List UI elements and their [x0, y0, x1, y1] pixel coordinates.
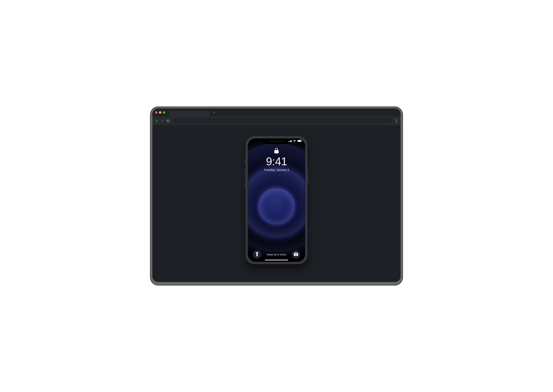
- forward-button[interactable]: [161, 119, 164, 122]
- back-button[interactable]: [155, 119, 158, 122]
- camera-icon: [294, 252, 298, 257]
- fullscreen-window-button[interactable]: [163, 111, 165, 114]
- swipe-hint: Swipe up to unlock: [261, 253, 292, 256]
- new-tab-button[interactable]: +: [212, 111, 216, 115]
- phone-notch: [261, 139, 292, 144]
- battery-icon: [297, 140, 302, 142]
- lock-date: Tuesday, January 9: [264, 168, 289, 171]
- svg-rect-5: [298, 140, 301, 142]
- phone-mockup: 9:41 Tuesday, January 9 Swipe up to unlo…: [245, 136, 308, 264]
- minimize-window-button[interactable]: [159, 111, 161, 114]
- browser-menu-button[interactable]: [395, 118, 398, 124]
- svg-rect-1: [290, 141, 290, 142]
- phone-volume-down-button: [245, 179, 245, 188]
- flashlight-button[interactable]: [253, 250, 261, 259]
- cellular-signal-icon: [289, 140, 292, 142]
- svg-rect-3: [291, 140, 292, 142]
- phone-mute-switch: [245, 159, 245, 164]
- close-window-button[interactable]: [155, 111, 157, 114]
- speaker-grille: [270, 141, 279, 142]
- camera-button[interactable]: [292, 250, 300, 259]
- phone-power-button: [308, 169, 308, 184]
- lock-screen: 9:41 Tuesday, January 9: [248, 139, 305, 262]
- phone-volume-up-button: [245, 168, 245, 177]
- svg-rect-6: [302, 140, 302, 141]
- browser-tab[interactable]: [169, 111, 210, 117]
- browser-tab-strip: +: [152, 108, 401, 117]
- lock-time: 9:41: [266, 156, 287, 167]
- url-bar[interactable]: [173, 118, 392, 124]
- home-indicator[interactable]: [265, 260, 288, 260]
- front-camera: [281, 140, 283, 142]
- laptop-frame: +: [150, 106, 403, 286]
- svg-rect-0: [289, 141, 289, 142]
- window-traffic-lights: [155, 111, 165, 114]
- browser-viewport: 9:41 Tuesday, January 9 Swipe up to unlo…: [152, 125, 401, 282]
- phone-screen[interactable]: 9:41 Tuesday, January 9 Swipe up to unlo…: [248, 138, 305, 262]
- reload-button[interactable]: [167, 119, 170, 122]
- wifi-icon: [293, 140, 296, 142]
- status-bar: [289, 140, 302, 142]
- laptop-screen: +: [152, 108, 401, 282]
- flashlight-icon: [256, 252, 258, 257]
- browser-toolbar: [152, 117, 401, 125]
- lock-icon: [274, 148, 279, 154]
- lock-bottom-row: Swipe up to unlock: [248, 250, 305, 259]
- svg-rect-2: [290, 140, 291, 142]
